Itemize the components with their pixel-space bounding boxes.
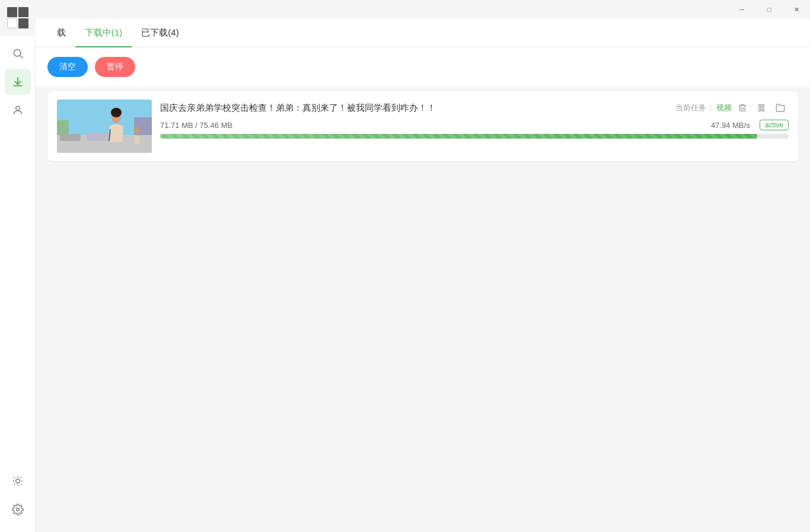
download-size: 71.71 MB / 75.46 MB (160, 121, 232, 130)
tab-downloaded-label: 已下载(4) (141, 27, 178, 39)
svg-rect-25 (762, 105, 764, 111)
download-icon (12, 76, 24, 88)
sidebar-item-settings[interactable] (5, 496, 31, 523)
download-thumbnail (57, 100, 152, 153)
folder-icon (776, 103, 785, 113)
pause-button[interactable]: 暂停 (95, 57, 135, 77)
search-icon (12, 47, 24, 59)
download-speed: 47.94 MB/s (711, 121, 750, 130)
sidebar-item-user[interactable] (5, 97, 31, 123)
settings-icon (12, 504, 24, 515)
sidebar-item-download[interactable] (5, 69, 31, 95)
main-content: ─ □ ✕ 载 下载中(1) 已下载(4) 清空 暂停 (36, 0, 810, 532)
download-item: 国庆去亲弟弟学校突击检查！弟弟：真别来了！被我同学看到咋办！！ 当前任务： 视频 (47, 91, 798, 161)
titlebar: ─ □ ✕ (36, 0, 810, 19)
maximize-icon: □ (767, 7, 771, 13)
minimize-button[interactable]: ─ (728, 0, 755, 19)
close-button[interactable]: ✕ (783, 0, 810, 19)
svg-point-13 (16, 508, 19, 511)
trash-icon (738, 103, 747, 113)
sidebar-bottom (5, 468, 31, 532)
tab-all[interactable]: 载 (47, 19, 75, 47)
svg-line-9 (14, 477, 15, 479)
minimize-icon: ─ (739, 7, 744, 13)
delete-button[interactable] (734, 100, 751, 116)
actions-area: 清空 暂停 (36, 47, 810, 86)
progress-bar-fill (160, 134, 757, 139)
download-title: 国庆去亲弟弟学校突击检查！弟弟：真别来了！被我同学看到咋办！！ (160, 102, 436, 114)
download-list: 国庆去亲弟弟学校突击检查！弟弟：真别来了！被我同学看到咋办！！ 当前任务： 视频 (36, 86, 810, 532)
pause-icon (757, 103, 766, 113)
user-icon (12, 104, 24, 116)
svg-point-4 (15, 479, 20, 483)
svg-line-10 (20, 484, 21, 485)
svg-rect-24 (759, 105, 761, 111)
pause-item-button[interactable] (753, 100, 770, 116)
svg-line-12 (20, 477, 21, 479)
download-actions: 当前任务： 视频 (675, 100, 789, 116)
tab-downloaded[interactable]: 已下载(4) (132, 19, 188, 47)
task-type: 视频 (716, 102, 732, 113)
svg-point-0 (14, 49, 21, 56)
status-badge: active (760, 120, 789, 130)
svg-point-3 (15, 106, 20, 110)
download-info: 国庆去亲弟弟学校突击检查！弟弟：真别来了！被我同学看到咋办！！ 当前任务： 视频 (160, 100, 789, 139)
thumbnail-image (57, 100, 152, 153)
clear-button[interactable]: 清空 (47, 57, 88, 77)
folder-button[interactable] (772, 100, 789, 116)
svg-line-1 (20, 56, 23, 59)
svg-rect-19 (87, 133, 110, 141)
sidebar-nav (5, 36, 31, 468)
tab-downloading[interactable]: 下载中(1) (75, 19, 132, 47)
sidebar (0, 0, 36, 532)
tab-all-label: 载 (57, 27, 66, 39)
download-title-row: 国庆去亲弟弟学校突击检查！弟弟：真别来了！被我同学看到咋办！！ 当前任务： 视频 (160, 100, 789, 116)
theme-icon (12, 475, 24, 487)
svg-point-21 (111, 108, 122, 117)
sidebar-item-theme[interactable] (5, 468, 31, 494)
maximize-button[interactable]: □ (755, 0, 783, 19)
download-size-row: 71.71 MB / 75.46 MB 47.94 MB/s active (160, 120, 789, 130)
tab-downloading-label: 下载中(1) (85, 27, 122, 39)
close-icon: ✕ (794, 7, 799, 13)
svg-rect-16 (57, 120, 69, 135)
progress-row (160, 134, 789, 139)
svg-rect-18 (60, 134, 81, 141)
svg-point-23 (134, 127, 140, 134)
progress-bar-background (160, 134, 789, 139)
app-logo (0, 0, 36, 36)
task-label: 当前任务： (675, 102, 714, 113)
svg-line-11 (14, 484, 15, 485)
tabs-bar: 载 下载中(1) 已下载(4) (36, 19, 810, 47)
sidebar-item-search[interactable] (5, 40, 31, 66)
